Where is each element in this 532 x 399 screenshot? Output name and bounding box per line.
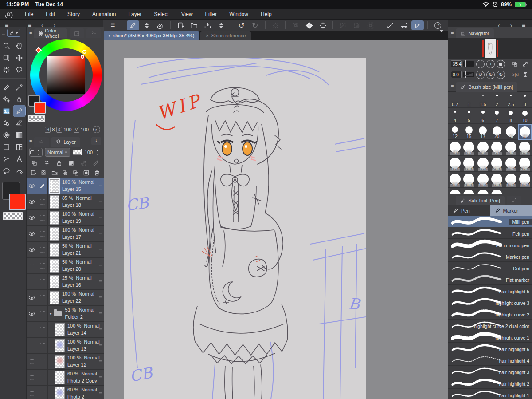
layer-thumbnail[interactable] [50, 211, 59, 225]
clip-studio-button[interactable] [154, 20, 167, 30]
current-tool-indicator[interactable] [7, 29, 20, 37]
tool-marker[interactable] [13, 105, 25, 117]
layer-menu-handle[interactable]: ≡ [99, 327, 102, 333]
menu-item[interactable]: Story [62, 10, 85, 19]
clip-to-layer-icon[interactable] [31, 160, 38, 166]
sub-tool-item[interactable]: Dot pen [448, 262, 532, 273]
clear-button[interactable] [303, 20, 316, 30]
brush-size-cell[interactable]: 150 [462, 156, 477, 172]
layer-menu-handle[interactable]: ≡ [99, 247, 102, 253]
background-color-chip[interactable] [34, 102, 46, 114]
transparent-chip[interactable] [28, 115, 45, 122]
brush-size-cell[interactable]: 40 [448, 140, 462, 156]
color-panel-menu-icon[interactable]: ≡ [29, 30, 32, 35]
layer-row[interactable]: ▾ 100 % Normal Layer 17 ≡ [27, 226, 104, 242]
brush-size-cell[interactable]: 8 [504, 108, 518, 124]
layer-visibility-cell[interactable] [27, 242, 37, 257]
layer-thumbnail[interactable] [50, 291, 59, 304]
layer-visibility-cell[interactable] [27, 370, 37, 385]
enable-mask-icon[interactable] [80, 160, 87, 166]
brush-size-cell[interactable]: 300 [518, 156, 532, 172]
invert-selection-button[interactable] [350, 20, 363, 30]
layer-row[interactable]: ▾ 60 % Normal Photo 2 Copy ≡ [27, 370, 104, 386]
palette-color-box[interactable] [29, 148, 43, 157]
layer-edit-cell[interactable] [37, 226, 48, 241]
layer-row[interactable]: ▾ 50 % Normal Layer 21 ≡ [27, 242, 104, 258]
color-wheel[interactable] [27, 38, 104, 125]
layer-row[interactable]: ▾ 100 % Normal Layer 14 ≡ [27, 322, 104, 338]
layer-menu-handle[interactable]: ≡ [99, 359, 102, 365]
layer-thumbnail[interactable] [50, 195, 59, 209]
hue-cursor[interactable] [82, 50, 86, 54]
document-tab-active[interactable]: ● shion* (3508 x 4960px 350dpi 35.4%) [103, 31, 200, 40]
ruler-layer-icon[interactable] [93, 160, 99, 166]
layer-edit-cell[interactable] [37, 178, 48, 194]
brush-size-menu-icon[interactable]: ≡ [451, 83, 454, 89]
layer-visibility-cell[interactable] [27, 338, 37, 353]
lock-layer-icon[interactable] [56, 160, 63, 166]
lock-alpha-icon[interactable] [68, 160, 74, 166]
new-canvas-button[interactable] [174, 20, 187, 30]
current-tool-button[interactable] [127, 20, 140, 30]
brush-size-cell[interactable]: 1.5 [476, 92, 490, 108]
menu-item[interactable]: View [176, 10, 198, 19]
menu-item[interactable]: Animation [87, 10, 121, 19]
layer-panel-menu-icon[interactable]: ≡ [29, 138, 32, 144]
sub-tool-item[interactable]: Marker pen [448, 250, 532, 262]
layer-thumbnail[interactable] [50, 179, 59, 193]
layer-menu-handle[interactable]: ≡ [99, 391, 102, 397]
layer-row[interactable]: ▾ 60 % Normal Photo 2 ≡ [27, 386, 104, 399]
brush-size-cell[interactable]: 10 [518, 108, 532, 124]
layer-edit-cell[interactable] [37, 338, 48, 353]
layer-edit-cell[interactable] [37, 386, 48, 399]
layer-visibility-cell[interactable] [27, 274, 37, 289]
brush-size-cell[interactable]: 30 [518, 124, 532, 140]
layer-thumbnail[interactable] [55, 323, 65, 336]
brush-size-cell[interactable]: 17 [476, 124, 490, 140]
brush-size-cell[interactable]: 20 [490, 124, 505, 140]
clip-studio-logo[interactable] [4, 10, 14, 18]
layer-visibility-cell[interactable] [27, 194, 37, 209]
sub-tool-item[interactable]: hair highlight 1 [448, 389, 532, 399]
snap-special-ruler-button[interactable] [398, 20, 411, 30]
brush-size-cell[interactable] [462, 188, 477, 194]
brush-size-cell[interactable]: 50 [462, 140, 477, 156]
layer-edit-cell[interactable] [37, 306, 48, 321]
navigator-preview[interactable] [448, 38, 532, 59]
brush-size-cell[interactable]: 7 [490, 108, 505, 124]
delete-layer-icon[interactable] [94, 170, 100, 176]
sub-tool-item[interactable]: hair highlight 2 [448, 377, 532, 389]
layer-menu-handle[interactable]: ≡ [99, 295, 102, 301]
command-menu-button[interactable]: ≡ [106, 20, 119, 30]
layer-row[interactable]: ▾ 85 % Normal Layer 18 ≡ [27, 194, 104, 210]
brush-size-cell[interactable] [476, 188, 490, 194]
layer-edit-cell[interactable] [37, 258, 48, 273]
sv-cursor[interactable] [81, 55, 84, 59]
layer-row[interactable]: ▾ 100 % Normal Layer 22 ≡ [27, 290, 104, 306]
layer-menu-handle[interactable]: ≡ [99, 263, 102, 269]
tool-eyedropper[interactable] [13, 81, 25, 93]
brush-size-cell[interactable] [490, 188, 505, 194]
tab-layer[interactable]: Layer [51, 137, 80, 147]
random-view-button[interactable] [511, 60, 519, 68]
merge-down-icon[interactable] [72, 170, 79, 176]
layer-menu-handle[interactable]: ≡ [99, 199, 102, 205]
brush-size-cell[interactable]: 80 [504, 140, 518, 156]
zoom-reset-button[interactable] [497, 60, 505, 68]
brush-size-cell[interactable]: 500 [462, 172, 477, 188]
sub-tool-item[interactable]: hair highlight 4 [448, 354, 532, 366]
layer-edit-cell[interactable] [37, 290, 48, 305]
brush-size-cell[interactable]: 5 [462, 108, 477, 124]
brush-size-cell[interactable]: 1 [462, 92, 477, 108]
help-button[interactable]: ? [431, 20, 444, 30]
brush-size-cell[interactable]: 4 [448, 108, 462, 124]
layer-edit-cell[interactable] [37, 354, 48, 369]
layer-menu-handle[interactable]: ≡ [99, 375, 102, 381]
brush-size-cell[interactable]: 12 [448, 124, 462, 140]
snap-ruler-button[interactable] [384, 20, 397, 30]
layer-visibility-cell[interactable] [27, 306, 37, 321]
tab-color-wheel[interactable]: Color Wheel [34, 28, 67, 38]
fit-screen-button[interactable] [521, 60, 529, 68]
tab-brush-edit[interactable] [507, 196, 521, 205]
crop-button[interactable] [317, 20, 329, 30]
